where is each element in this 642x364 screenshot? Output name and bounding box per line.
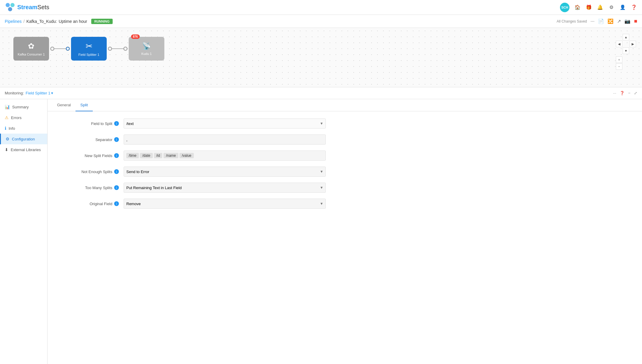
svg-point-2 xyxy=(8,7,12,11)
main-layout: 📊 Summary ⚠ Errors ℹ Info ⚙ Configuratio… xyxy=(0,99,642,364)
bell-icon[interactable]: 🔔 xyxy=(597,4,603,11)
user-icon[interactable]: 👤 xyxy=(619,4,626,11)
not-enough-splits-select[interactable]: Send to Error Continue Last Field Pass T… xyxy=(124,167,326,177)
sidebar-item-errors[interactable]: ⚠ Errors xyxy=(0,112,47,123)
pipeline-container: ✿ Kafka Consumer 1 ✂ Field Splitter 1 xyxy=(0,28,642,69)
monitoring-expand-icon[interactable]: ⤢ xyxy=(634,91,637,95)
not-enough-splits-select-wrap: Send to Error Continue Last Field Pass T… xyxy=(124,167,326,177)
tab-split[interactable]: Split xyxy=(75,99,92,111)
pipelines-link[interactable]: Pipelines xyxy=(5,19,22,24)
changes-saved: All Changes Saved xyxy=(557,19,587,23)
content-area: General Split Field to Split i ▼ xyxy=(48,99,642,364)
field-to-split-row: Field to Split i ▼ xyxy=(59,118,630,129)
field-splitter-icon: ✂ xyxy=(86,41,92,51)
zoom-out-button[interactable]: − xyxy=(616,63,622,70)
pan-right-button[interactable]: ▶ xyxy=(630,41,636,47)
pad-tr xyxy=(630,34,636,40)
input-dot-3 xyxy=(124,47,127,50)
pipeline-uptime: Uptime an hour xyxy=(59,19,87,24)
monitoring-help-icon[interactable]: ❓ xyxy=(620,91,624,95)
sidebar-item-summary[interactable]: 📊 Summary xyxy=(0,102,47,112)
field-to-split-info-icon[interactable]: i xyxy=(114,121,119,126)
gift-icon[interactable]: 🎁 xyxy=(586,4,592,11)
pad-bl xyxy=(616,48,622,54)
error-badge: 876 xyxy=(131,34,140,39)
breadcrumb-separator: / xyxy=(23,19,25,24)
breadcrumb: Pipelines / Kafka_To_Kudu: Uptime an hou… xyxy=(5,19,113,24)
node-kafka-consumer[interactable]: ✿ Kafka Consumer 1 xyxy=(12,37,51,61)
not-enough-splits-control: Send to Error Continue Last Field Pass T… xyxy=(124,167,326,177)
new-split-fields-label: New Split Fields i xyxy=(59,153,119,158)
pad-center xyxy=(623,41,629,47)
tags-container[interactable]: /time /date /id /name /value xyxy=(124,151,326,161)
too-many-splits-row: Too Many Splits i Put Remaining Text in … xyxy=(59,183,630,193)
not-enough-splits-info-icon[interactable]: i xyxy=(114,169,119,174)
zoom-in-button[interactable]: + xyxy=(616,56,622,63)
original-field-info-icon[interactable]: i xyxy=(114,201,119,206)
sidebar-item-info[interactable]: ℹ Info xyxy=(0,123,47,134)
kudu-box[interactable]: 876 📡 Kudu 1 xyxy=(129,37,164,61)
tag-value: /value xyxy=(180,153,194,158)
configuration-icon: ⚙ xyxy=(6,137,10,141)
original-field-select[interactable]: Remove Keep Overwrite xyxy=(124,199,326,209)
user-badge[interactable]: SCH xyxy=(560,3,569,12)
node-field-splitter[interactable]: ✂ Field Splitter 1 xyxy=(70,37,108,61)
new-split-fields-info-icon[interactable]: i xyxy=(114,153,119,158)
original-field-label-text: Original Field xyxy=(89,202,112,206)
zoom-controls: + − xyxy=(616,56,636,70)
separator-control xyxy=(124,134,326,145)
sidebar-item-external-libraries[interactable]: ⬇ External Libraries xyxy=(0,144,47,155)
field-splitter-box[interactable]: ✂ Field Splitter 1 xyxy=(71,37,107,61)
pan-left-button[interactable]: ◀ xyxy=(616,41,622,47)
sidebar-item-configuration-label: Configuration xyxy=(12,137,35,141)
not-enough-splits-row: Not Enough Splits i Send to Error Contin… xyxy=(59,167,630,177)
field-to-split-select-wrap: ▼ xyxy=(124,118,326,129)
separator-input[interactable] xyxy=(124,134,326,145)
original-field-label: Original Field i xyxy=(59,201,119,206)
settings-icon[interactable]: ⚙ xyxy=(608,4,615,11)
monitoring-label: Monitoring: xyxy=(5,91,24,95)
separator-info-icon[interactable]: i xyxy=(114,137,119,142)
camera-icon[interactable]: 📷 xyxy=(624,18,630,24)
monitoring-right: ··· ❓ − ⤢ xyxy=(613,91,637,95)
output-dot-2 xyxy=(108,47,112,50)
help-icon[interactable]: ❓ xyxy=(631,4,637,11)
home-icon[interactable]: 🏠 xyxy=(574,4,581,11)
summary-icon: 📊 xyxy=(5,105,10,109)
tab-general[interactable]: General xyxy=(52,99,75,111)
more-options-icon[interactable]: ··· xyxy=(591,19,594,24)
monitoring-left: Monitoring: Field Splitter 1 ▾ xyxy=(5,91,53,95)
monitoring-more-icon[interactable]: ··· xyxy=(613,91,616,95)
top-nav-left: StreamSets xyxy=(5,2,49,13)
too-many-splits-select[interactable]: Put Remaining Text in Last Field Send to… xyxy=(124,183,326,193)
logo-text: StreamSets xyxy=(17,4,49,11)
logo[interactable]: StreamSets xyxy=(5,2,49,13)
pan-down-button[interactable]: ▼ xyxy=(623,48,629,54)
kudu-label: Kudu 1 xyxy=(141,52,152,56)
pad-br xyxy=(630,48,636,54)
share-icon[interactable]: ↗ xyxy=(617,18,621,24)
output-dot-1 xyxy=(51,47,54,50)
sidebar-item-configuration[interactable]: ⚙ Configuration xyxy=(0,134,47,144)
document-icon[interactable]: 📄 xyxy=(598,18,604,24)
tabs-bar: General Split xyxy=(48,99,642,111)
too-many-splits-info-icon[interactable]: i xyxy=(114,185,119,190)
stop-button[interactable]: ■ xyxy=(634,18,637,24)
monitoring-minimize-icon[interactable]: − xyxy=(628,91,630,95)
shuffle-icon[interactable]: 🔀 xyxy=(608,18,613,24)
separator-row: Separator i xyxy=(59,134,630,145)
node-kudu[interactable]: 876 📡 Kudu 1 xyxy=(127,37,166,61)
new-split-fields-row: New Split Fields i /time /date /id /name… xyxy=(59,151,630,161)
original-field-select-wrap: Remove Keep Overwrite ▼ xyxy=(124,199,326,209)
external-libraries-icon: ⬇ xyxy=(5,147,8,152)
pan-up-button[interactable]: ▲ xyxy=(623,34,629,40)
svg-point-0 xyxy=(6,3,10,7)
logo-icon xyxy=(5,2,15,13)
field-to-split-input[interactable] xyxy=(124,118,326,129)
sidebar-item-external-libraries-label: External Libraries xyxy=(11,148,41,152)
input-dot-2 xyxy=(66,47,70,50)
top-nav-right: SCH 🏠 🎁 🔔 ⚙ 👤 ❓ xyxy=(560,3,637,12)
kafka-consumer-box[interactable]: ✿ Kafka Consumer 1 xyxy=(13,37,49,61)
field-splitter-label: Field Splitter 1 xyxy=(78,53,99,56)
monitoring-target[interactable]: Field Splitter 1 ▾ xyxy=(26,91,53,95)
